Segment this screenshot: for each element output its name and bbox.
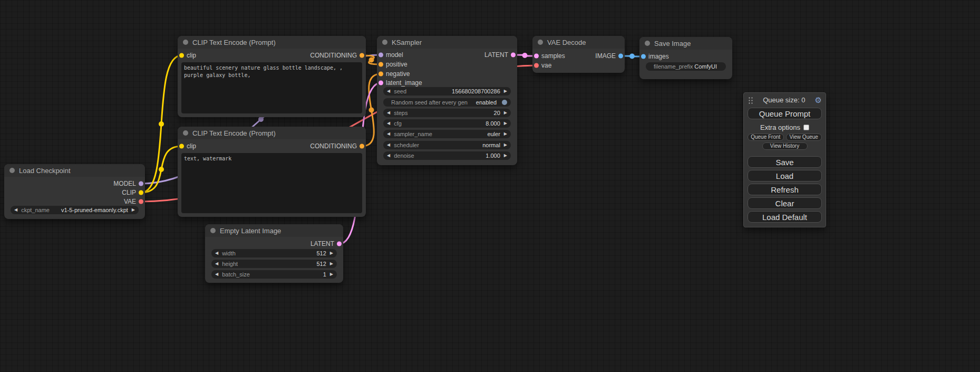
output-slot-latent[interactable]: LATENT [311,240,343,248]
clip-output-port[interactable] [139,190,143,195]
sampler-name-widget[interactable]: ◀ sampler_name euler ▶ [383,130,511,138]
next-arrow-icon[interactable]: ▶ [132,206,135,214]
view-history-button[interactable]: View History [762,142,808,150]
output-slot-clip[interactable]: CLIP [122,188,145,197]
output-slot-conditioning[interactable]: CONDITIONING [310,51,366,60]
width-widget[interactable]: ◀ width 512 ▶ [211,249,337,257]
collapse-dot-icon[interactable] [382,40,387,45]
latent-output-port[interactable] [511,53,516,58]
output-slot-conditioning[interactable]: CONDITIONING [310,142,366,150]
node-load-checkpoint[interactable]: Load Checkpoint MODEL CLIP VAE ◀ ckpt_na… [4,164,145,219]
collapse-dot-icon[interactable] [9,168,15,173]
clip-input-port[interactable] [179,53,184,58]
image-output-port[interactable] [618,54,623,59]
samples-input-port[interactable] [534,54,539,59]
clear-button[interactable]: Clear [748,197,822,209]
input-slot-clip[interactable]: clip [178,51,196,60]
node-title-bar[interactable]: KSampler [377,36,517,49]
next-arrow-icon[interactable]: ▶ [504,119,507,128]
node-title-bar[interactable]: Save Image [639,37,732,50]
input-slot-clip[interactable]: clip [178,142,196,150]
input-slot-samples[interactable]: samples [532,52,565,60]
input-slot-negative[interactable]: negative [377,70,410,78]
output-slot-vae[interactable]: VAE [124,197,145,206]
prev-arrow-icon[interactable]: ◀ [387,151,390,160]
next-arrow-icon[interactable]: ▶ [330,260,333,268]
collapse-dot-icon[interactable] [210,228,216,233]
input-slot-model[interactable]: model [377,51,403,59]
node-title-bar[interactable]: Load Checkpoint [4,164,145,177]
extra-options-checkbox[interactable] [803,125,809,130]
settings-gear-icon[interactable]: ⚙ [815,96,822,104]
negative-input-port[interactable] [379,72,383,77]
drag-grip-icon[interactable] [748,96,753,104]
random-seed-toggle[interactable]: Random seed after every gen enabled [383,98,511,107]
prev-arrow-icon[interactable]: ◀ [387,109,390,117]
next-arrow-icon[interactable]: ▶ [504,130,507,138]
collapse-dot-icon[interactable] [183,40,188,45]
toggle-knob-icon[interactable] [502,100,507,105]
node-vae-decode[interactable]: VAE Decode samples IMAGE vae [532,36,625,73]
input-slot-latent-image[interactable]: latent_image [377,79,422,87]
prev-arrow-icon[interactable]: ◀ [215,249,218,257]
refresh-button[interactable]: Refresh [748,184,822,195]
scheduler-widget[interactable]: ◀ scheduler normal ▶ [383,141,511,149]
node-empty-latent-image[interactable]: Empty Latent Image LATENT ◀ width 512 ▶ … [205,224,343,283]
collapse-dot-icon[interactable] [538,40,543,45]
prev-arrow-icon[interactable]: ◀ [14,206,17,214]
latent-output-port[interactable] [337,242,342,246]
node-clip-text-encode-negative[interactable]: CLIP Text Encode (Prompt) clip CONDITION… [178,127,366,217]
output-slot-image[interactable]: IMAGE [595,52,625,60]
node-graph-canvas[interactable]: Load Checkpoint MODEL CLIP VAE ◀ ckpt_na… [0,0,980,372]
input-slot-positive[interactable]: positive [377,60,407,69]
next-arrow-icon[interactable]: ▶ [504,87,507,96]
output-slot-model[interactable]: MODEL [113,179,145,188]
input-slot-vae[interactable]: vae [532,61,551,70]
steps-widget[interactable]: ◀ steps 20 ▶ [383,109,511,117]
node-title-bar[interactable]: CLIP Text Encode (Prompt) [178,127,366,139]
positive-input-port[interactable] [379,62,383,67]
next-arrow-icon[interactable]: ▶ [504,151,507,160]
prev-arrow-icon[interactable]: ◀ [215,260,218,268]
prompt-textarea[interactable]: text, watermark [181,153,362,213]
next-arrow-icon[interactable]: ▶ [504,141,507,149]
denoise-widget[interactable]: ◀ denoise 1.000 ▶ [383,151,511,160]
clip-input-port[interactable] [179,144,184,149]
vae-output-port[interactable] [139,199,143,204]
collapse-dot-icon[interactable] [645,41,650,46]
filename-prefix-widget[interactable]: filename_prefix ComfyUI [646,62,726,71]
cfg-widget[interactable]: ◀ cfg 8.000 ▶ [383,119,511,128]
latent-image-input-port[interactable] [379,81,383,85]
save-button[interactable]: Save [748,156,822,168]
node-ksampler[interactable]: KSampler model LATENT positive negative … [377,36,517,165]
node-clip-text-encode-positive[interactable]: CLIP Text Encode (Prompt) clip CONDITION… [178,36,366,117]
queue-front-button[interactable]: Queue Front [748,133,784,141]
node-save-image[interactable]: Save Image images filename_prefix ComfyU… [639,37,732,79]
images-input-port[interactable] [641,54,646,59]
input-slot-images[interactable]: images [639,52,669,61]
node-title-bar[interactable]: CLIP Text Encode (Prompt) [178,36,366,49]
prev-arrow-icon[interactable]: ◀ [387,130,390,138]
vae-input-port[interactable] [534,63,539,68]
height-widget[interactable]: ◀ height 512 ▶ [211,260,337,268]
next-arrow-icon[interactable]: ▶ [504,109,507,117]
model-output-port[interactable] [139,182,143,186]
prev-arrow-icon[interactable]: ◀ [387,141,390,149]
ckpt-name-widget[interactable]: ◀ ckpt_name v1-5-pruned-emaonly.ckpt ▶ [11,206,139,214]
seed-widget[interactable]: ◀ seed 156680208700286 ▶ [383,87,511,96]
node-title-bar[interactable]: VAE Decode [532,36,625,49]
model-input-port[interactable] [379,53,383,58]
conditioning-output-port[interactable] [360,144,364,149]
batch-size-widget[interactable]: ◀ batch_size 1 ▶ [211,270,337,279]
prompt-textarea[interactable]: beautiful scenery nature glass bottle la… [181,62,362,113]
conditioning-output-port[interactable] [360,53,364,58]
prev-arrow-icon[interactable]: ◀ [215,270,218,279]
output-slot-latent[interactable]: LATENT [484,51,517,59]
load-default-button[interactable]: Load Default [748,211,822,223]
queue-prompt-button[interactable]: Queue Prompt [748,108,822,119]
view-queue-button[interactable]: View Queue [786,133,822,141]
load-button[interactable]: Load [748,170,822,182]
next-arrow-icon[interactable]: ▶ [330,270,333,279]
node-title-bar[interactable]: Empty Latent Image [205,224,343,237]
prev-arrow-icon[interactable]: ◀ [387,87,390,96]
